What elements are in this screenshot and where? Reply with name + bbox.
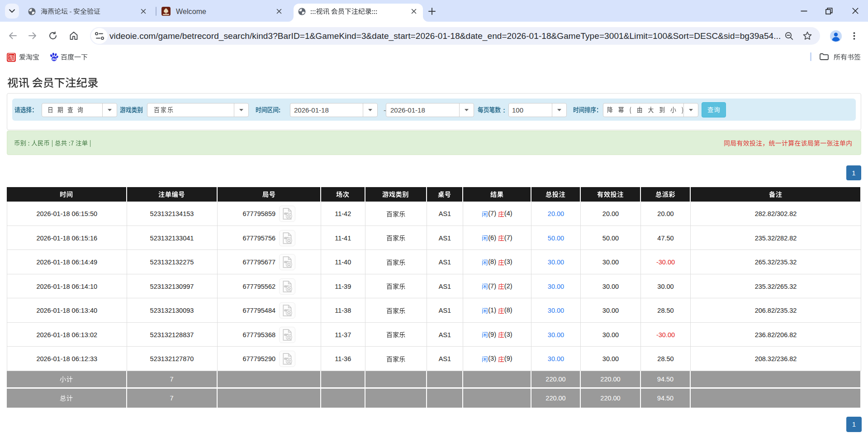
svg-text:du: du (52, 57, 56, 61)
